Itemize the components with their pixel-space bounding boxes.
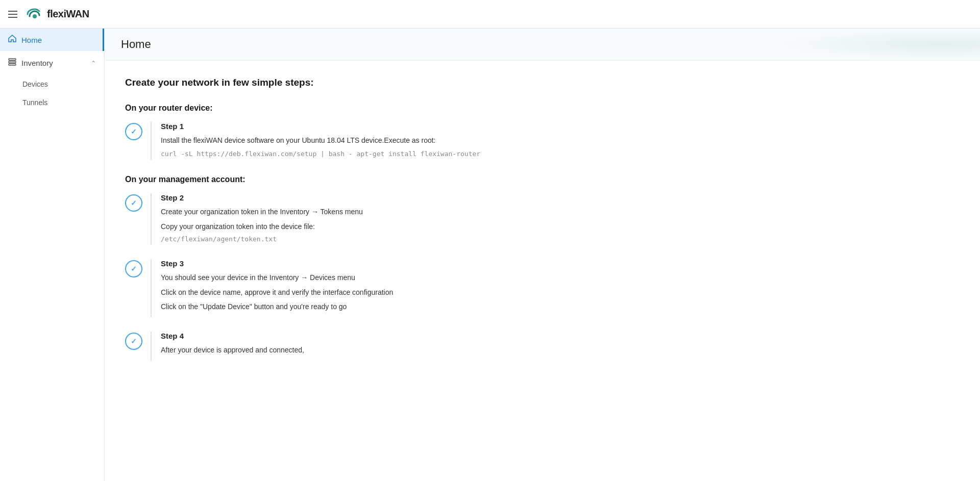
step-1-title: Step 1	[161, 122, 544, 131]
svg-point-0	[33, 14, 37, 18]
step-3-title: Step 3	[161, 259, 544, 268]
logo-text: flexiWAN	[47, 8, 89, 20]
sidebar-inventory-label: Inventory	[21, 59, 53, 67]
step-4-title: Step 4	[161, 332, 544, 340]
sidebar-item-tunnels[interactable]: Tunnels	[0, 93, 104, 112]
home-icon	[8, 35, 16, 45]
step-4-check-icon: ✓	[131, 337, 137, 345]
step-3-content: Step 3 You should see your device in the…	[151, 259, 544, 317]
step-1-block: ✓ Step 1 Install the flexiWAN device sof…	[125, 122, 544, 160]
step-1-code: curl -sL https://deb.flexiwan.com/setup …	[161, 150, 544, 158]
step-1-desc: Install the flexiWAN device software on …	[161, 135, 544, 146]
step-3-desc2: Click on the device name, approve it and…	[161, 287, 544, 298]
sidebar-item-home[interactable]: Home	[0, 29, 104, 51]
app-header: flexiWAN	[0, 0, 980, 29]
step-2-check-icon: ✓	[131, 199, 137, 207]
sidebar: Home Inventory ⌃ Devices Tunnels	[0, 29, 105, 481]
step-3-desc3: Click on the "Update Device" button and …	[161, 301, 544, 312]
page-title: Home	[121, 38, 964, 51]
step-2-circle: ✓	[125, 194, 142, 212]
logo-icon	[26, 7, 44, 21]
step-3-desc1: You should see your device in the Invent…	[161, 272, 544, 283]
sidebar-home-label: Home	[21, 36, 42, 44]
menu-toggle[interactable]	[8, 11, 17, 18]
step-4-circle: ✓	[125, 333, 142, 350]
step-2-desc2: Copy your organization token into the de…	[161, 221, 544, 232]
main-content: Home Create your network in few simple s…	[105, 29, 980, 481]
step-4-desc1: After your device is approved and connec…	[161, 344, 544, 356]
logo-area: flexiWAN	[26, 7, 89, 21]
step-1-content: Step 1 Install the flexiWAN device softw…	[151, 122, 544, 160]
step-3-check-icon: ✓	[131, 265, 137, 273]
step-2-file: /etc/flexiwan/agent/token.txt	[161, 235, 544, 243]
inventory-icon	[8, 58, 16, 68]
svg-rect-1	[9, 59, 16, 60]
step-2-title: Step 2	[161, 193, 544, 202]
router-section-heading: On your router device:	[125, 104, 544, 113]
step-3-circle: ✓	[125, 260, 142, 277]
step-1-check-icon: ✓	[131, 128, 137, 136]
step-4-block: ✓ Step 4 After your device is approved a…	[125, 332, 544, 361]
page-header: Home	[105, 29, 980, 61]
svg-rect-3	[9, 64, 16, 65]
sidebar-devices-label: Devices	[22, 80, 48, 88]
step-2-desc1: Create your organization token in the In…	[161, 206, 544, 217]
sidebar-item-inventory[interactable]: Inventory ⌃	[0, 51, 104, 75]
step-2-content: Step 2 Create your organization token in…	[151, 193, 544, 245]
sidebar-item-devices[interactable]: Devices	[0, 75, 104, 93]
chevron-up-icon: ⌃	[91, 60, 96, 67]
management-section-heading: On your management account:	[125, 175, 544, 184]
step-1-circle: ✓	[125, 123, 142, 140]
step-2-block: ✓ Step 2 Create your organization token …	[125, 193, 544, 245]
sidebar-tunnels-label: Tunnels	[22, 98, 47, 107]
step-4-content: Step 4 After your device is approved and…	[151, 332, 544, 361]
main-heading: Create your network in few simple steps:	[125, 77, 544, 88]
svg-rect-2	[9, 61, 16, 63]
step-3-block: ✓ Step 3 You should see your device in t…	[125, 259, 544, 317]
content-area: Create your network in few simple steps:…	[105, 61, 564, 392]
